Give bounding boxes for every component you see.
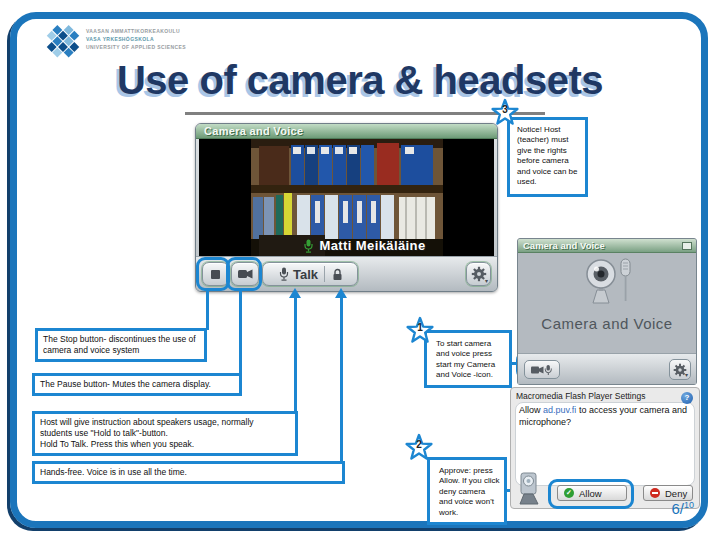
talk-mic-icon — [279, 267, 289, 281]
callout-stop: The Stop button- discontinues the use of… — [35, 328, 207, 362]
pod-toolbar: ▾ — [518, 353, 696, 384]
webcam-video: Matti Meikäläine — [199, 139, 494, 256]
pause-button-highlight — [226, 257, 262, 291]
pod-body-label: Camera and Voice — [518, 315, 696, 332]
pod-settings-button[interactable]: ▾ — [669, 359, 691, 380]
pod-titlebar: Camera and Voice — [518, 239, 696, 253]
step1-star-badge: 1 — [404, 315, 436, 347]
webcam-device-icon — [518, 472, 542, 506]
callout-talk: Host will give instruction about speaker… — [32, 411, 298, 456]
camera-settings-button[interactable]: ▾ — [466, 262, 491, 286]
minimize-icon[interactable] — [682, 242, 692, 250]
callout-step2: Approve: press Allow. If you click deny … — [427, 457, 507, 525]
logo-text: VAASAN AMMATTIKORKEAKOULU VASA YRKESHÖGS… — [86, 27, 186, 51]
callout-handsfree: Hands-free. Voice is in use all the time… — [32, 461, 345, 484]
step3-star-badge: 3 — [489, 97, 521, 129]
camera-mic-icon — [530, 364, 554, 376]
camera-and-voice-pod: Camera and Voice Camera and Voice — [517, 238, 697, 385]
deny-block-icon — [650, 488, 660, 498]
participant-mic-icon — [303, 239, 314, 253]
page-title: Use of camera & headsets — [0, 58, 720, 103]
flash-dialog-title: Macromedia Flash Player Settings — [511, 388, 699, 401]
step3-number: 3 — [489, 104, 521, 115]
deny-label: Deny — [665, 488, 687, 499]
question-prefix: Allow — [519, 405, 543, 415]
camera-window-titlebar: Camera and Voice — [196, 124, 497, 139]
page-current: 6 — [671, 500, 679, 517]
page-total: 10 — [684, 500, 694, 510]
start-my-camera-and-voice-button[interactable] — [524, 360, 560, 379]
hands-free-lock-button[interactable] — [325, 268, 349, 281]
logo-line-1: VAASAN AMMATTIKORKEAKOULU — [86, 27, 186, 35]
connector-line-lock — [340, 297, 343, 463]
help-icon[interactable]: ? — [681, 392, 693, 404]
flash-domain-link: ad.puv.fi — [543, 405, 576, 415]
vamk-logo — [45, 24, 81, 60]
flash-question: Allow ad.puv.fi to access your camera an… — [519, 405, 687, 428]
step1-number: 1 — [404, 322, 436, 333]
stop-button-highlight — [196, 257, 230, 291]
allow-button-highlight — [548, 479, 634, 509]
logo-line-2: VASA YRKESHÖGSKOLA — [86, 35, 186, 43]
step2-star-badge: 2 — [403, 432, 435, 464]
page-number: 6/10 — [671, 500, 694, 517]
connector-line-talk — [294, 297, 297, 413]
gear-caret-icon: ▾ — [485, 278, 488, 284]
callout-pause: The Pause button- Mutes the camera displ… — [32, 373, 242, 396]
step2-number: 2 — [403, 439, 435, 450]
connector-line-pause — [239, 290, 242, 375]
participant-name: Matti Meikäläine — [319, 238, 425, 253]
lock-icon — [332, 268, 343, 281]
hold-to-talk-button[interactable]: Talk — [271, 267, 324, 282]
deny-button[interactable]: Deny — [643, 485, 693, 501]
talk-button-group: Talk — [262, 262, 358, 286]
webcam-and-mic-icon — [579, 257, 635, 309]
logo-line-3: UNIVERSITY OF APPLIED SCIENCES — [86, 43, 186, 51]
callout-step1: To start camera and voice press start my… — [424, 330, 512, 388]
gear-caret-icon: ▾ — [685, 372, 688, 378]
connector-line-stop — [206, 290, 209, 330]
talk-label: Talk — [293, 267, 318, 282]
